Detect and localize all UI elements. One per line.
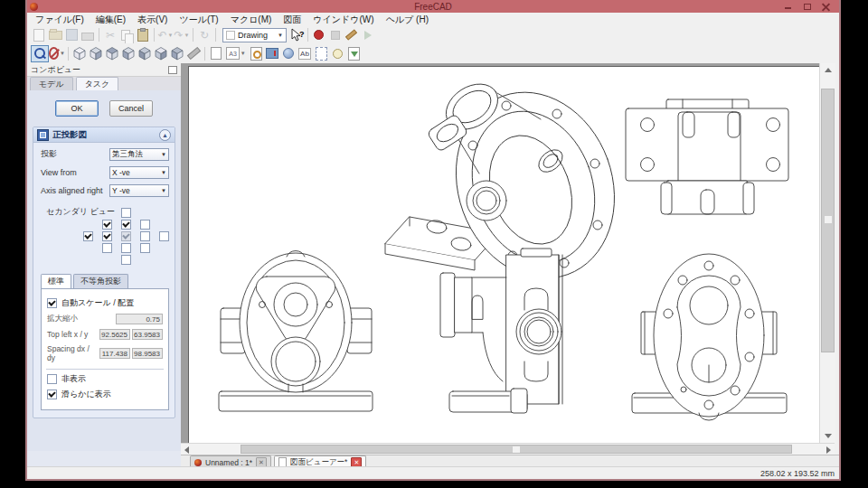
secondary-view-checkbox[interactable]: [121, 231, 131, 241]
view-from-label: View from: [41, 168, 109, 177]
menu-tools[interactable]: ツール(T): [179, 14, 218, 26]
symbol-button[interactable]: [329, 46, 345, 61]
rear-view-button[interactable]: [137, 46, 153, 61]
save-button[interactable]: [63, 27, 80, 42]
annotation-button[interactable]: Ab: [297, 46, 313, 61]
side-view: [440, 249, 562, 413]
paste-button[interactable]: [135, 27, 151, 42]
rear-view: [632, 254, 787, 420]
measure-distance-button[interactable]: [185, 46, 202, 61]
window-title: FreeCAD: [27, 2, 839, 12]
new-page-button[interactable]: [208, 46, 224, 61]
top-view-button[interactable]: [104, 46, 120, 61]
float-panel-icon[interactable]: [168, 66, 177, 74]
file-toolbar: ✂ ↶▼ ↷▼ ↻ Drawing ▼ ?: [27, 26, 839, 44]
tab-axonometric[interactable]: 不等角投影: [73, 274, 128, 288]
secondary-view-checkbox[interactable]: [121, 243, 131, 253]
undo-button[interactable]: ↶▼: [157, 27, 174, 42]
fit-all-button[interactable]: [31, 45, 49, 62]
macro-edit-button[interactable]: [344, 27, 360, 42]
collapse-icon[interactable]: ▲: [159, 129, 171, 141]
print-button[interactable]: [80, 27, 96, 42]
secondary-view-checkbox[interactable]: [159, 231, 169, 241]
secondary-view-checkbox[interactable]: [102, 243, 112, 253]
copy-button[interactable]: [118, 27, 135, 42]
whats-this-cursor-icon: ?: [290, 28, 305, 42]
axis-aligned-select[interactable]: Y -ve▼: [109, 184, 169, 197]
save-page-button[interactable]: [345, 46, 362, 61]
menu-window[interactable]: ウインドウ(W): [313, 14, 373, 26]
hidden-label: 非表示: [61, 373, 86, 385]
draft-view-button[interactable]: [313, 46, 329, 61]
right-view-button[interactable]: [120, 46, 137, 61]
scroll-left-icon[interactable]: [184, 446, 189, 454]
new-a3-page-button[interactable]: A3▼: [224, 46, 248, 61]
close-icon[interactable]: [822, 3, 830, 11]
top-left-y-input[interactable]: 63.9583: [132, 329, 163, 340]
tab-general[interactable]: 標準: [41, 274, 71, 288]
secondary-view-checkbox[interactable]: [121, 255, 131, 265]
scroll-right-icon[interactable]: [826, 446, 831, 454]
view-from-select[interactable]: X -ve▼: [109, 166, 169, 179]
horizontal-scrollbar-thumb[interactable]: [241, 445, 792, 454]
secondary-view-checkbox[interactable]: [140, 243, 150, 253]
projection-label: 投影: [41, 148, 109, 160]
secondary-view-checkbox[interactable]: [140, 231, 150, 241]
tab-model[interactable]: モデル: [30, 77, 73, 90]
new-document-button[interactable]: [31, 27, 47, 42]
secondary-view-checkbox[interactable]: [102, 231, 112, 241]
bottom-view-button[interactable]: [153, 46, 169, 61]
cut-button[interactable]: ✂: [102, 27, 118, 42]
secondary-view-checkbox[interactable]: [121, 220, 131, 230]
menu-edit[interactable]: 編集(E): [96, 14, 126, 26]
chevron-down-icon: ▼: [161, 188, 166, 193]
macro-play-button[interactable]: [360, 27, 376, 42]
ok-button[interactable]: OK: [55, 100, 99, 117]
scroll-down-icon[interactable]: [825, 434, 832, 438]
scroll-up-icon[interactable]: [825, 68, 832, 72]
top-left-x-input[interactable]: 92.5625: [99, 329, 130, 340]
draw-style-button[interactable]: ▼: [49, 46, 65, 61]
secondary-view-checkbox[interactable]: [121, 208, 131, 218]
drawing-views: [181, 63, 819, 443]
scale-input[interactable]: 0.75: [116, 314, 163, 324]
tab-task[interactable]: タスク: [76, 77, 119, 90]
secondary-view-checkbox[interactable]: [83, 231, 93, 241]
cancel-button[interactable]: Cancel: [109, 100, 153, 117]
front-view-button[interactable]: [88, 46, 104, 61]
drawing-viewer-canvas[interactable]: [181, 63, 819, 443]
menu-file[interactable]: ファイル(F): [35, 14, 84, 26]
macro-record-button[interactable]: [311, 27, 327, 42]
macro-stop-button[interactable]: [327, 27, 344, 42]
auto-scale-checkbox[interactable]: [47, 298, 57, 308]
projection-select[interactable]: 第三角法▼: [109, 148, 169, 161]
chevron-down-icon: ▼: [278, 33, 283, 38]
ortho-projection-group: 正投影図 ▲ 投影 第三角法▼ View from X -ve▼ Axis al…: [33, 127, 175, 418]
horizontal-scrollbar[interactable]: [181, 443, 835, 455]
redo-button[interactable]: ↷▼: [174, 27, 190, 42]
workbench-selector[interactable]: Drawing ▼: [222, 28, 287, 42]
clip-view-button[interactable]: [264, 46, 280, 61]
ortho-views-button[interactable]: [280, 46, 297, 61]
hidden-checkbox[interactable]: [47, 374, 57, 384]
left-view-button[interactable]: [169, 46, 185, 61]
menu-drawing[interactable]: 図面: [283, 14, 301, 26]
open-document-button[interactable]: [47, 27, 63, 42]
secondary-view-checkbox[interactable]: [102, 220, 112, 230]
general-tab-content: 自動スケール / 配置 拡大縮小 0.75 Top left x / y 92.…: [41, 288, 169, 410]
menu-macro[interactable]: マクロ(M): [231, 14, 272, 26]
vertical-scrollbar[interactable]: [819, 63, 835, 443]
spacing-dx-input[interactable]: 117.438: [99, 348, 130, 359]
vertical-scrollbar-thumb[interactable]: [821, 89, 835, 352]
maximize-icon[interactable]: [803, 3, 811, 11]
insert-view-button[interactable]: [248, 46, 264, 61]
menu-help[interactable]: ヘルプ (H): [386, 14, 429, 26]
spacing-dy-input[interactable]: 98.9583: [132, 348, 163, 359]
secondary-view-checkbox[interactable]: [140, 220, 150, 230]
menu-view[interactable]: 表示(V): [137, 14, 167, 26]
minimize-icon[interactable]: [784, 3, 792, 11]
axonometric-view-button[interactable]: [71, 46, 88, 61]
refresh-button[interactable]: ↻: [196, 27, 212, 42]
combo-view-title: コンボビュー: [31, 64, 80, 76]
smooth-checkbox[interactable]: [47, 389, 57, 399]
